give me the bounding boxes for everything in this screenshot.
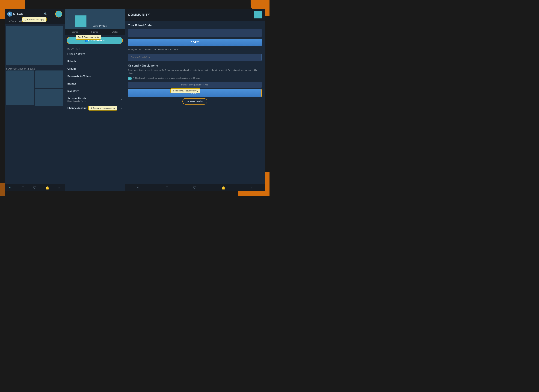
- comm-list-icon[interactable]: ☰: [165, 186, 168, 190]
- community-bottom-nav: 🏷 ☰ 🛡 🔔 ≡: [125, 184, 265, 191]
- more-icon[interactable]: ⋮: [50, 12, 53, 16]
- view-profile-button[interactable]: View Profile: [93, 25, 107, 28]
- steam-header-icons: 🔍 ⋮: [44, 10, 62, 18]
- account-sub: Store, Security, Family: [67, 100, 87, 102]
- account-arrow: ›: [121, 98, 122, 101]
- community-title: COMMUNITY: [128, 13, 150, 17]
- menu-item-groups[interactable]: Groups: [65, 65, 125, 73]
- comm-shield-icon[interactable]: 🛡: [193, 186, 197, 190]
- avatar[interactable]: [55, 10, 62, 18]
- enter-friend-code-input[interactable]: [128, 54, 262, 61]
- menu-item-account[interactable]: Account Details Store, Security, Family …: [65, 95, 125, 104]
- invite-link-box: https://s.team/p/ваша/ссылка: [128, 82, 262, 88]
- note-text: NOTE: Each link can only be used once an…: [133, 77, 200, 80]
- menu-item-friend-activity[interactable]: Friend Activity: [65, 51, 125, 58]
- search-icon[interactable]: 🔍: [44, 12, 47, 16]
- bell-icon[interactable]: 🔔: [45, 186, 49, 190]
- tab-friends[interactable]: Friends: [85, 29, 105, 35]
- change-account-arrow: ›: [121, 107, 122, 110]
- friend-code-title: Your Friend Code: [128, 24, 262, 27]
- featured-item-large: [6, 71, 34, 105]
- steam-banner: [6, 26, 63, 65]
- callout-step3: 3) Создаем новую ссылку: [88, 106, 117, 111]
- steam-logo: ⊙ STEAM: [7, 11, 24, 17]
- menu-item-screenshots[interactable]: Screenshots/Videos: [65, 73, 125, 80]
- featured-grid: [5, 71, 65, 106]
- featured-item-2: [35, 89, 63, 106]
- profile-avatar: [74, 15, 87, 28]
- menu-nav-item[interactable]: MENU ▾: [7, 19, 18, 23]
- comm-hamburger-icon[interactable]: ≡: [250, 186, 252, 190]
- menu-item-badges[interactable]: Badges: [65, 80, 125, 88]
- callout-step1: 1) Жмем на аватарку: [22, 17, 47, 22]
- profile-header: ‹ View Profile: [65, 9, 125, 29]
- list-icon[interactable]: ☰: [21, 186, 24, 190]
- community-panel: COMMUNITY ⋮ Your Friend Code COPY Enter …: [125, 9, 265, 191]
- menu-item-inventory[interactable]: Inventory: [65, 88, 125, 95]
- quick-invite-desc: Generate a link to share via email or SM…: [128, 69, 262, 75]
- steam-panel: ⊙ STEAM 🔍 ⋮ MENU ▾ WISHLIST WALLET FEATU…: [5, 9, 65, 191]
- steam-bottom-nav: 🏷 ☰ 🛡 🔔 ≡: [5, 184, 65, 191]
- shield-icon[interactable]: 🛡: [33, 186, 36, 190]
- friend-code-box: [128, 29, 262, 37]
- community-icons: ⋮: [249, 11, 262, 19]
- hamburger-icon[interactable]: ≡: [58, 186, 60, 190]
- friend-code-desc: Enter your friend's Friend Code to invit…: [128, 48, 262, 51]
- community-avatar: [254, 11, 262, 19]
- community-more-icon[interactable]: ⋮: [249, 13, 251, 16]
- featured-label: FEATURED & RECOMMENDED: [5, 67, 65, 71]
- quick-invite-note: ✓ NOTE: Each link can only be used once …: [128, 77, 262, 80]
- generate-button-wrapper: Generate new link: [128, 98, 262, 104]
- steam-logo-text: STEAM: [13, 13, 24, 15]
- quick-invite-title: Or send a Quick Invite: [128, 64, 262, 67]
- check-icon: ✓: [128, 77, 132, 80]
- copy-button-top[interactable]: COPY: [128, 39, 262, 46]
- tag-icon[interactable]: 🏷: [9, 186, 12, 190]
- comm-tag-icon[interactable]: 🏷: [137, 186, 140, 190]
- back-button[interactable]: ‹: [67, 17, 67, 21]
- comm-bell-icon[interactable]: 🔔: [221, 186, 226, 190]
- tab-games[interactable]: Games: [65, 29, 85, 35]
- menu-item-friends[interactable]: Friends: [65, 58, 125, 65]
- my-content-label: MY CONTENT: [65, 46, 125, 51]
- tab-wallet[interactable]: Wallet: [105, 29, 125, 35]
- steam-logo-icon: ⊙: [7, 11, 12, 17]
- generate-link-button[interactable]: Generate new link: [183, 98, 207, 104]
- community-header: COMMUNITY ⋮: [125, 9, 265, 21]
- featured-item-1: [35, 71, 63, 88]
- callout-step2: 2) «Добавить друзей»: [76, 35, 101, 40]
- account-label: Account Details: [67, 97, 87, 100]
- main-container: ⊙ STEAM 🔍 ⋮ MENU ▾ WISHLIST WALLET FEATU…: [5, 9, 265, 191]
- callout-step4: 4) Копируем новую ссылку: [170, 88, 200, 93]
- community-content: Your Friend Code COPY Enter your friend'…: [125, 21, 265, 184]
- profile-tabs: Games Friends Wallet: [65, 29, 125, 35]
- change-account-label: Change Account: [67, 107, 87, 110]
